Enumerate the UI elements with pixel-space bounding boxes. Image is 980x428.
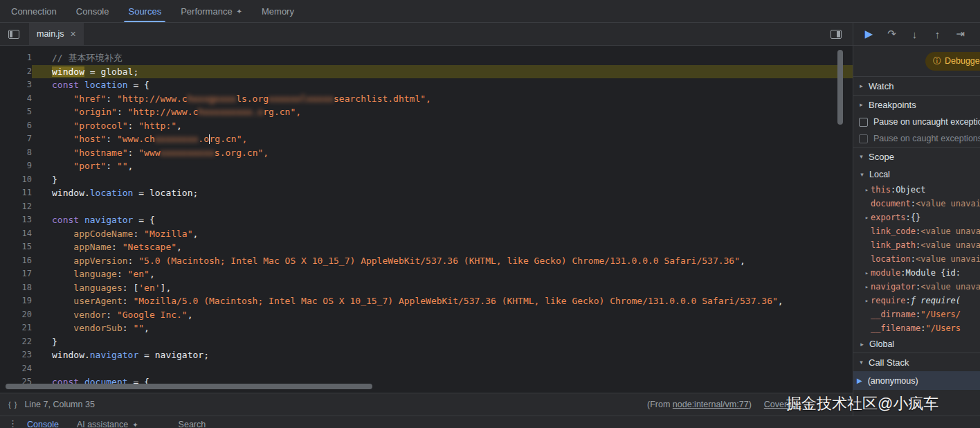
horizontal-scrollbar[interactable]	[6, 384, 372, 389]
line-text[interactable]: window.navigator = navigator;	[32, 348, 853, 362]
line-number[interactable]: 3	[0, 78, 32, 92]
line-number[interactable]: 24	[0, 362, 32, 376]
line-number[interactable]: 13	[0, 213, 32, 227]
line-number[interactable]: 2	[0, 65, 32, 79]
line-text[interactable]: "hostname": "wwwxxxxxxxxxxs.org.cn",	[32, 146, 853, 160]
step-out-icon[interactable]: ↑	[926, 28, 949, 40]
scope-var-this[interactable]: ▸this: Object	[853, 183, 980, 197]
line-number[interactable]: 7	[0, 132, 32, 146]
code-line-3[interactable]: 3const location = {	[0, 78, 853, 92]
code-line-11[interactable]: 11window.location = location;	[0, 186, 853, 200]
code-line-12[interactable]: 12	[0, 200, 853, 214]
step-icon[interactable]: ⇥	[949, 28, 972, 40]
code-line-15[interactable]: 15 appName: "Netscape",	[0, 240, 853, 254]
call-stack-frame[interactable]: ▶(anonymous)	[853, 371, 980, 390]
more-options-icon[interactable]: ⋮	[8, 418, 17, 428]
scope-var-location[interactable]: location: <value unavailable>	[853, 252, 980, 266]
code-line-18[interactable]: 18 languages: ['en'],	[0, 281, 853, 295]
chevron-collapsed-icon[interactable]: ▸	[858, 101, 865, 108]
line-text[interactable]: vendorSub: "",	[32, 321, 853, 335]
code-line-8[interactable]: 8 "hostname": "wwwxxxxxxxxxxs.org.cn",	[0, 146, 853, 160]
line-number[interactable]: 14	[0, 227, 32, 241]
line-text[interactable]: languages: ['en'],	[32, 281, 853, 295]
tab-memory[interactable]: Memory	[252, 0, 304, 22]
line-text[interactable]: "href": "http://www.chxxxgxxxxls.orgxxxx…	[32, 92, 853, 106]
line-text[interactable]: "host": "www.chxxxxxxxx.org.cn",	[32, 132, 853, 146]
tab-connection[interactable]: Connection	[1, 0, 66, 22]
chevron-collapsed-icon[interactable]: ▸	[858, 82, 865, 89]
code-line-19[interactable]: 19 userAgent: "Mozilla/5.0 (Macintosh; I…	[0, 294, 853, 308]
drawer-tab-console[interactable]: Console	[27, 420, 59, 428]
step-into-icon[interactable]: ↓	[903, 28, 926, 40]
dock-side-icon[interactable]	[831, 30, 842, 39]
code-line-1[interactable]: 1// 基本环境补充	[0, 51, 853, 65]
code-line-17[interactable]: 17 language: "en",	[0, 267, 853, 281]
checkbox-pause-on-caught-exceptions[interactable]: Pause on caught exceptions	[853, 130, 980, 147]
checkbox-pause-on-uncaught-exceptions[interactable]: Pause on uncaught exceptions	[853, 114, 980, 130]
scope-var-exports[interactable]: ▸exports: {}	[853, 211, 980, 224]
section-scope[interactable]: ▾Scope	[853, 147, 980, 166]
chevron-collapsed-icon[interactable]: ▸	[863, 214, 871, 221]
tab-console[interactable]: Console	[66, 0, 119, 22]
line-number[interactable]: 4	[0, 92, 32, 106]
line-text[interactable]: appVersion: "5.0 (Macintosh; Intel Mac O…	[32, 254, 853, 268]
line-text[interactable]: "origin": "http://www.chxxxxxxxxx.org.cn…	[32, 105, 853, 119]
code-line-20[interactable]: 20 vendor: "Google Inc.",	[0, 308, 853, 322]
line-number[interactable]: 12	[0, 200, 32, 214]
code-line-24[interactable]: 24	[0, 362, 853, 376]
line-text[interactable]: "port": "",	[32, 159, 853, 173]
line-number[interactable]: 10	[0, 173, 32, 187]
code-line-10[interactable]: 10}	[0, 173, 853, 187]
line-number[interactable]: 18	[0, 281, 32, 295]
line-number[interactable]: 23	[0, 348, 32, 362]
line-text[interactable]: // 基本环境补充	[32, 51, 853, 65]
line-text[interactable]: "protocol": "http:",	[32, 119, 853, 133]
line-text[interactable]: }	[32, 335, 853, 349]
code-line-2[interactable]: 2window = global;	[0, 65, 853, 79]
line-number[interactable]: 19	[0, 294, 32, 308]
line-number[interactable]: 16	[0, 254, 32, 268]
checkbox-icon[interactable]	[859, 134, 868, 143]
drawer-tab-search[interactable]: Search	[179, 420, 206, 428]
line-text[interactable]	[32, 200, 853, 214]
section-breakpoints[interactable]: ▸Breakpoints	[853, 95, 980, 114]
line-text[interactable]: appName: "Netscape",	[32, 240, 853, 254]
code-line-9[interactable]: 9 "port": "",	[0, 159, 853, 173]
code-editor[interactable]: 1// 基本环境补充2window = global;3const locati…	[0, 46, 853, 393]
line-text[interactable]: const navigator = {	[32, 213, 853, 227]
chevron-expanded-icon[interactable]: ▾	[858, 171, 866, 178]
line-text[interactable]: window.location = location;	[32, 186, 853, 200]
line-number[interactable]: 17	[0, 267, 32, 281]
code-line-13[interactable]: 13const navigator = {	[0, 213, 853, 227]
chevron-expanded-icon[interactable]: ▾	[858, 153, 865, 160]
chevron-collapsed-icon[interactable]: ▸	[863, 283, 871, 290]
line-text[interactable]: appCodeName: "Mozilla",	[32, 227, 853, 241]
code-line-16[interactable]: 16 appVersion: "5.0 (Macintosh; Intel Ma…	[0, 254, 853, 268]
code-line-6[interactable]: 6 "protocol": "http:",	[0, 119, 853, 133]
line-text[interactable]: language: "en",	[32, 267, 853, 281]
line-number[interactable]: 21	[0, 321, 32, 335]
line-number[interactable]: 5	[0, 105, 32, 119]
scope-var-document[interactable]: document: <value unavailable>	[853, 197, 980, 211]
vm-source-link[interactable]: node:internal/vm:77	[673, 400, 749, 409]
scope-var-link_code[interactable]: link_code: <value unavailable>	[853, 224, 980, 238]
line-number[interactable]: 22	[0, 335, 32, 349]
line-number[interactable]: 6	[0, 119, 32, 133]
line-text[interactable]	[32, 362, 853, 376]
code-line-7[interactable]: 7 "host": "www.chxxxxxxxx.org.cn",	[0, 132, 853, 146]
scope-var-module[interactable]: ▸module: Module {id:	[853, 266, 980, 280]
checkbox-icon[interactable]	[859, 118, 868, 127]
code-line-23[interactable]: 23window.navigator = navigator;	[0, 348, 853, 362]
tab-performance[interactable]: Performance✦	[171, 0, 252, 22]
step-over-icon[interactable]: ↷	[880, 28, 903, 40]
pretty-print-icon[interactable]: { }	[8, 400, 17, 409]
resume-icon[interactable]: ▶	[858, 28, 880, 40]
tab-sources[interactable]: Sources	[118, 0, 171, 22]
line-number[interactable]: 15	[0, 240, 32, 254]
code-line-14[interactable]: 14 appCodeName: "Mozilla",	[0, 227, 853, 241]
scope-var-__dirname[interactable]: __dirname: "/Users/	[853, 307, 980, 321]
line-text[interactable]: vendor: "Google Inc.",	[32, 308, 853, 322]
vertical-scrollbar[interactable]	[837, 50, 843, 125]
scope-var-navigator[interactable]: ▸navigator: <value unavailable>	[853, 280, 980, 294]
line-number[interactable]: 8	[0, 146, 32, 160]
